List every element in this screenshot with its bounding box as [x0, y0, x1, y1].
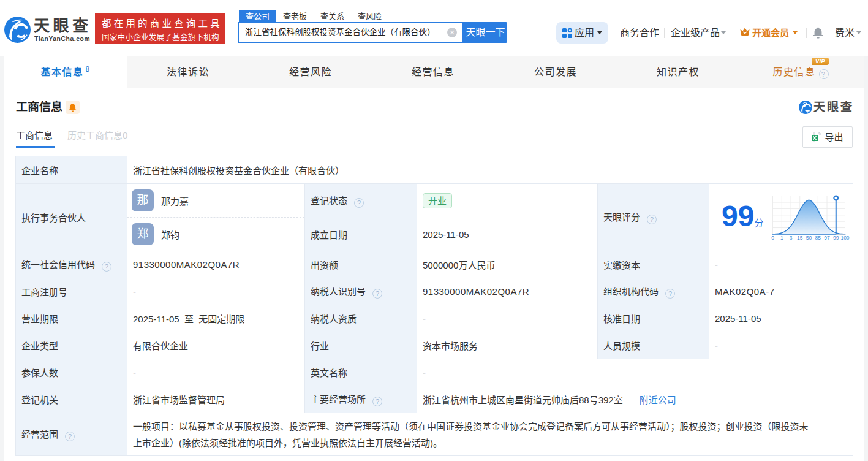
svg-text:50: 50 [806, 235, 812, 241]
svg-text:97: 97 [824, 235, 830, 241]
svg-text:3: 3 [790, 235, 793, 241]
svg-text:1: 1 [780, 235, 783, 241]
svg-text:85: 85 [815, 235, 821, 241]
svg-text:100: 100 [840, 235, 849, 241]
svg-text:99: 99 [833, 235, 839, 241]
svg-text:0: 0 [771, 235, 774, 241]
svg-text:15: 15 [797, 235, 803, 241]
